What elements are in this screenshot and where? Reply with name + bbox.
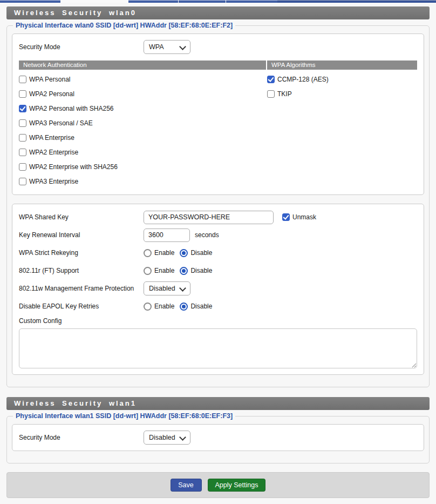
check-icon: [19, 105, 25, 111]
security-mode-row: Security Mode WPA: [19, 40, 417, 54]
tab-strip-segment[interactable]: [277, 0, 436, 3]
eapol-row: Disable EAPOL Key Retries Enable Disable: [19, 299, 417, 313]
security-mode-label: Security Mode: [19, 43, 144, 51]
radio-eapol-enable[interactable]: [144, 303, 152, 311]
auth-option-row: WPA Enterprise: [19, 130, 267, 145]
checkbox-wpa2-personal-sha256[interactable]: [19, 105, 26, 112]
wlan1-security-mode-select[interactable]: Disabled: [144, 431, 190, 445]
tab-strip: [0, 0, 436, 3]
custom-config-row: Custom Config: [19, 317, 417, 368]
tab-strip-segment[interactable]: [179, 0, 226, 3]
footer-bar: Save Apply Settings: [6, 472, 430, 498]
radio-ft-support-enable[interactable]: [144, 267, 152, 275]
option-label: WPA2 Personal: [29, 90, 74, 98]
radio-label-disable: Disable: [190, 249, 212, 257]
key-renewal-row: Key Renewal Interval seconds: [19, 228, 417, 242]
option-label: WPA Enterprise: [29, 134, 74, 142]
auth-option-row: WPA2 Personal with SHA256: [19, 101, 267, 116]
network-authentication-column: WPA Personal WPA2 Personal WPA2 Personal…: [19, 72, 267, 189]
chevron-down-icon: [179, 285, 186, 292]
auth-option-row: WPA2 Enterprise with SHA256: [19, 159, 267, 174]
radio-strict-rekeying-disable[interactable]: [180, 249, 188, 257]
tab-strip-segment[interactable]: [226, 0, 277, 3]
wlan0-mode-box: Security Mode WPA Network Authentication…: [12, 33, 424, 195]
apply-settings-button[interactable]: Apply Settings: [208, 479, 266, 492]
auth-option-row: WPA2 Personal: [19, 86, 267, 101]
radio-eapol-disable[interactable]: [180, 303, 188, 311]
radio-label-disable: Disable: [190, 303, 212, 310]
mfp-row: 802.11w Management Frame Protection Disa…: [19, 281, 417, 295]
option-label: WPA3 Personal / SAE: [29, 119, 93, 127]
section-header-wlan0-title: Wireless Security wlan0: [14, 9, 137, 17]
checkbox-wpa2-personal[interactable]: [19, 90, 26, 98]
ft-support-label: 802.11r (FT) Support: [19, 267, 144, 274]
auth-option-row: WPA Personal: [19, 72, 267, 86]
security-mode-select[interactable]: WPA: [144, 40, 190, 54]
checkbox-wpa-enterprise[interactable]: [19, 134, 26, 142]
option-label: CCMP-128 (AES): [277, 76, 329, 83]
checkbox-wpa-personal[interactable]: [19, 76, 26, 83]
options-table-header: Network Authentication WPA Algorithms: [19, 61, 417, 70]
save-button[interactable]: Save: [171, 479, 202, 492]
strict-rekeying-row: WPA Strict Rekeying Enable Disable: [19, 246, 417, 260]
shared-key-row: WPA Shared Key Unmask: [19, 210, 417, 224]
section-header-wlan0: Wireless Security wlan0: [6, 6, 430, 19]
wlan0-fieldset: Physical Interface wlan0 SSID [dd-wrt] H…: [6, 22, 430, 387]
key-renewal-input[interactable]: [144, 229, 190, 242]
wpa-shared-key-input[interactable]: [144, 211, 274, 224]
radio-label-enable: Enable: [154, 303, 174, 310]
auth-option-row: WPA2 Enterprise: [19, 145, 267, 159]
tab-strip-segment[interactable]: [128, 0, 178, 3]
ft-support-row: 802.11r (FT) Support Enable Disable: [19, 264, 417, 278]
option-label: WPA2 Enterprise with SHA256: [29, 163, 118, 171]
mfp-value: Disabled: [149, 285, 175, 292]
chevron-down-icon: [179, 43, 186, 50]
algo-option-row: CCMP-128 (AES): [267, 72, 417, 86]
auth-option-row: WPA3 Personal / SAE: [19, 116, 267, 130]
checkbox-wpa3-personal-sae[interactable]: [19, 119, 26, 127]
strict-rekeying-label: WPA Strict Rekeying: [19, 249, 144, 257]
radio-strict-rekeying-enable[interactable]: [144, 249, 152, 257]
checkbox-wpa2-enterprise[interactable]: [19, 149, 26, 156]
check-icon: [268, 76, 274, 82]
eapol-label: Disable EAPOL Key Retries: [19, 303, 144, 310]
security-mode-label: Security Mode: [19, 434, 144, 441]
radio-label-enable: Enable: [154, 249, 174, 257]
checkbox-tkip[interactable]: [267, 90, 275, 98]
wlan1-mode-box: Security Mode Disabled: [12, 424, 424, 451]
wpa-algorithms-column: CCMP-128 (AES) TKIP: [267, 72, 417, 189]
custom-config-textarea[interactable]: [19, 328, 417, 368]
checkbox-wpa2-enterprise-sha256[interactable]: [19, 163, 26, 171]
check-icon: [283, 213, 289, 220]
option-label: WPA2 Enterprise: [29, 149, 78, 156]
wlan1-legend: Physical Interface wlan1 SSID [dd-wrt] H…: [13, 412, 235, 420]
option-label: WPA2 Personal with SHA256: [29, 105, 114, 112]
mfp-label: 802.11w Management Frame Protection: [19, 285, 144, 292]
wlan1-security-mode-value: Disabled: [149, 434, 175, 441]
checkbox-wpa3-enterprise[interactable]: [19, 178, 26, 185]
option-label: WPA Personal: [29, 76, 70, 83]
options-table-body: WPA Personal WPA2 Personal WPA2 Personal…: [19, 72, 417, 189]
option-label: TKIP: [277, 90, 292, 98]
section-header-wlan1-title: Wireless Security wlan1: [14, 399, 137, 407]
section-header-wlan1: Wireless Security wlan1: [6, 397, 430, 410]
mfp-select[interactable]: Disabled: [144, 281, 190, 295]
option-label: WPA3 Enterprise: [29, 178, 78, 185]
checkbox-ccmp-128-aes[interactable]: [267, 76, 275, 83]
wlan0-legend: Physical Interface wlan0 SSID [dd-wrt] H…: [13, 22, 235, 29]
chevron-down-icon: [179, 434, 186, 441]
key-renewal-unit: seconds: [195, 231, 219, 239]
security-mode-row: Security Mode Disabled: [19, 431, 417, 445]
auth-option-row: WPA3 Enterprise: [19, 174, 267, 189]
radio-label-disable: Disable: [190, 267, 212, 274]
col-wpa-algorithms: WPA Algorithms: [267, 61, 417, 70]
unmask-label: Unmask: [292, 213, 316, 221]
radio-ft-support-disable[interactable]: [180, 267, 188, 275]
security-mode-value: WPA: [149, 43, 164, 51]
radio-label-enable: Enable: [154, 267, 174, 274]
custom-config-label: Custom Config: [19, 317, 417, 326]
wlan1-fieldset: Physical Interface wlan1 SSID [dd-wrt] H…: [6, 412, 430, 463]
tab-strip-segment[interactable]: [0, 0, 60, 3]
key-renewal-label: Key Renewal Interval: [19, 231, 144, 239]
checkbox-unmask[interactable]: [282, 213, 290, 221]
